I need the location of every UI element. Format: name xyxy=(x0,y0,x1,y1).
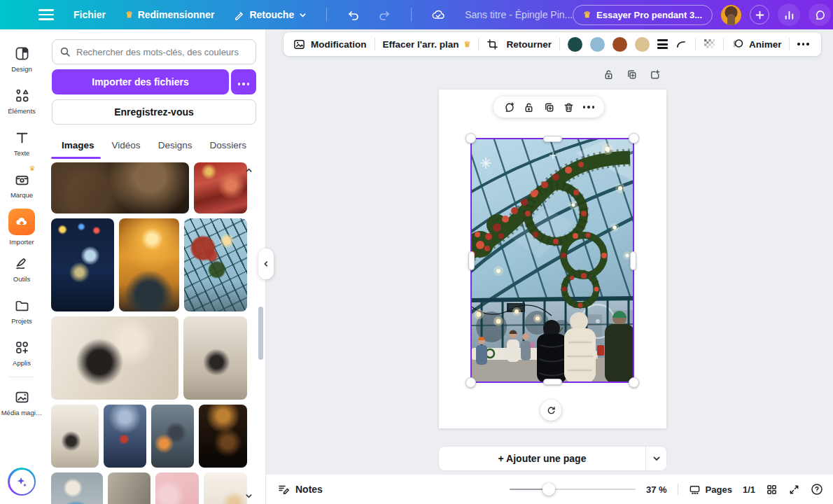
duplicate-page-icon[interactable] xyxy=(626,69,638,80)
resize-handle-left[interactable] xyxy=(468,251,475,270)
sidebar-item-brand[interactable]: ♛ Marque xyxy=(0,164,43,206)
image-thumbnail[interactable] xyxy=(51,162,189,214)
cloud-saved-icon xyxy=(431,8,445,22)
try-pro-button[interactable]: ♛ Essayer Pro pendant 3... xyxy=(573,5,713,25)
delete-icon[interactable] xyxy=(563,102,575,113)
grid-view-icon[interactable] xyxy=(766,484,778,496)
image-thumbnail[interactable] xyxy=(51,218,114,312)
tab-designs[interactable]: Designs xyxy=(158,140,192,150)
pages-button[interactable]: Pages xyxy=(689,484,732,496)
upload-more-options-button[interactable] xyxy=(231,69,256,94)
file-menu[interactable]: Fichier xyxy=(74,9,106,20)
sidebar-item-design[interactable]: Design xyxy=(0,38,43,80)
tab-images[interactable]: Images xyxy=(62,140,94,150)
comment-add-icon[interactable] xyxy=(503,102,515,113)
photo-color-swatch-2[interactable] xyxy=(590,37,605,52)
main-menu-icon[interactable] xyxy=(38,9,54,20)
image-thumbnail[interactable] xyxy=(184,218,247,312)
sidebar-item-magic-media[interactable]: Média magi… xyxy=(0,382,43,424)
resize-handle-top[interactable] xyxy=(543,136,562,142)
zoom-slider[interactable] xyxy=(510,483,636,496)
image-thumbnail[interactable] xyxy=(119,218,180,312)
comments-icon[interactable] xyxy=(808,4,831,26)
lock-icon[interactable] xyxy=(523,102,535,113)
add-page-dropdown[interactable] xyxy=(645,447,666,470)
editing-mode-menu[interactable]: Retouche xyxy=(234,9,307,20)
duplicate-icon[interactable] xyxy=(543,102,555,113)
photo-color-swatch-3[interactable] xyxy=(612,37,627,52)
image-thumbnail[interactable] xyxy=(183,316,247,400)
rotate-handle[interactable] xyxy=(540,400,561,421)
image-thumbnail[interactable] xyxy=(51,405,99,468)
resize-handle-right[interactable] xyxy=(630,251,636,270)
flip-button[interactable]: Retourner xyxy=(506,39,552,50)
lock-page-icon[interactable] xyxy=(603,69,615,80)
scroll-up-icon[interactable] xyxy=(245,167,253,174)
tab-videos[interactable]: Vidéos xyxy=(112,140,141,150)
add-page-icon[interactable] xyxy=(649,69,661,80)
image-thumbnail[interactable] xyxy=(151,405,194,468)
photo-color-swatch-4[interactable] xyxy=(635,37,650,52)
resize-handle-bottom-left[interactable] xyxy=(465,377,476,388)
sidebar-item-projects[interactable]: Projets xyxy=(0,290,43,332)
resize-menu[interactable]: ♛ Redimensionner xyxy=(125,9,214,20)
sidebar-item-apps[interactable]: Applis xyxy=(0,332,43,374)
scroll-down-icon[interactable] xyxy=(245,492,253,500)
animate-button[interactable]: Animer xyxy=(732,38,782,50)
redo-icon[interactable] xyxy=(379,8,391,21)
crown-icon: ♛ xyxy=(583,10,591,19)
resize-handle-top-left[interactable] xyxy=(465,133,476,144)
active-tab-indicator xyxy=(51,157,101,159)
image-thumbnail[interactable] xyxy=(199,405,247,468)
media-tabs: Images Vidéos Designs Dossiers xyxy=(52,133,256,157)
sidebar-item-tools[interactable]: Outils xyxy=(0,248,43,290)
add-member-button[interactable] xyxy=(750,5,769,24)
crop-button[interactable] xyxy=(486,38,498,50)
tab-folders[interactable]: Dossiers xyxy=(209,140,246,150)
sidebar-item-uploads[interactable]: Importer xyxy=(0,206,43,248)
chevron-left-icon xyxy=(262,260,270,267)
remove-background-button[interactable]: Effacer l'arr. plan ♛ xyxy=(383,39,471,50)
divider xyxy=(411,8,412,22)
image-thumbnail[interactable] xyxy=(51,316,178,400)
image-thumbnail[interactable] xyxy=(104,405,146,468)
sidebar-item-text[interactable]: Texte xyxy=(0,122,43,164)
avatar[interactable] xyxy=(721,5,741,25)
fullscreen-icon[interactable] xyxy=(788,484,800,496)
document-title[interactable]: Sans titre - Épingle Pin... xyxy=(465,9,573,20)
element-context-toolbar xyxy=(493,97,604,118)
more-options-button[interactable] xyxy=(797,43,809,46)
zoom-value[interactable]: 37 % xyxy=(646,484,667,495)
collapse-panel-button[interactable] xyxy=(258,248,274,279)
undo-icon[interactable] xyxy=(346,8,359,21)
edit-image-button[interactable]: Modification xyxy=(293,38,367,51)
panel-scrollbar[interactable] xyxy=(258,307,263,360)
add-page-button[interactable]: + Ajouter une page xyxy=(439,447,666,470)
help-icon[interactable] xyxy=(811,483,823,496)
transparency-button[interactable] xyxy=(704,38,715,50)
resize-handle-top-right[interactable] xyxy=(629,133,639,144)
image-thumbnail[interactable] xyxy=(155,472,199,504)
divider xyxy=(723,38,724,50)
canva-assistant-button[interactable] xyxy=(8,468,36,496)
image-thumbnail[interactable] xyxy=(204,472,247,504)
search-input[interactable] xyxy=(76,47,248,57)
resize-handle-bottom[interactable] xyxy=(543,379,562,385)
resize-handle-bottom-right[interactable] xyxy=(629,377,639,388)
upload-files-button[interactable]: Importer des fichiers xyxy=(52,69,229,94)
image-thumbnail[interactable] xyxy=(108,472,150,504)
corner-rounding-button[interactable] xyxy=(676,38,687,50)
insights-icon[interactable] xyxy=(778,4,800,26)
signup-button[interactable]: Enregistrez-vous xyxy=(52,99,256,125)
sidebar-item-elements[interactable]: Éléments xyxy=(0,80,43,122)
image-thumbnail[interactable] xyxy=(194,162,247,214)
more-options-icon[interactable] xyxy=(583,106,595,108)
spacing-icon[interactable] xyxy=(657,39,668,49)
photo-color-swatch-1[interactable] xyxy=(568,37,582,52)
canvas-photo[interactable] xyxy=(470,138,634,383)
zoom-slider-knob[interactable] xyxy=(542,483,555,496)
transparency-icon xyxy=(704,38,715,50)
notes-button[interactable]: Notes xyxy=(277,483,323,496)
search-box[interactable] xyxy=(52,39,256,64)
image-thumbnail[interactable] xyxy=(51,472,103,504)
